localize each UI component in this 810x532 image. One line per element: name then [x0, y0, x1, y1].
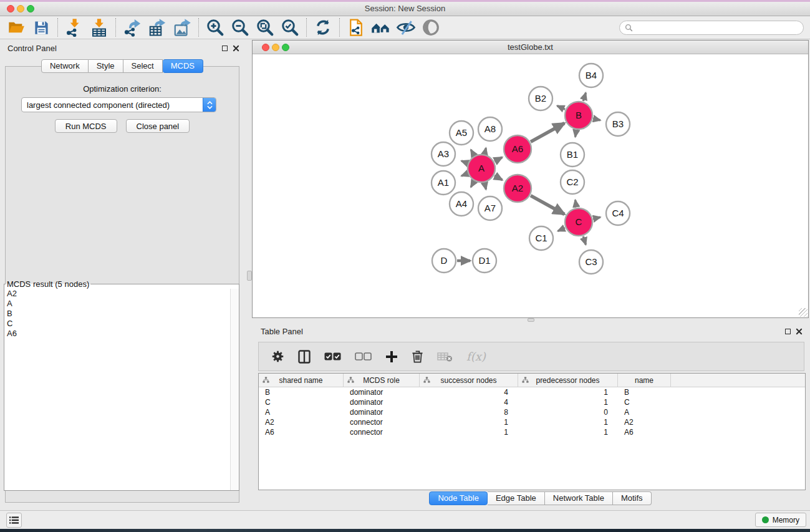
table-row[interactable]: Adominator80A	[259, 407, 805, 417]
result-list-item[interactable]: A2	[4, 289, 239, 299]
edge-C-C1[interactable]	[558, 228, 565, 231]
close-panel-button[interactable]: Close panel	[126, 119, 190, 133]
edge-A-A2[interactable]	[494, 176, 503, 180]
float-panel-icon[interactable]	[222, 46, 228, 51]
edge-A-A4[interactable]	[471, 181, 474, 187]
edge-A-A7[interactable]	[485, 183, 486, 189]
edge-B-B3[interactable]	[593, 118, 600, 120]
export-table-button[interactable]	[145, 17, 170, 37]
delete-table-button[interactable]	[437, 352, 453, 362]
cell-successor-nodes[interactable]: 8	[420, 407, 518, 417]
cell-name[interactable]: C	[618, 397, 671, 407]
column-header-name[interactable]: name	[618, 374, 671, 387]
cell-predecessor-nodes[interactable]: 0	[518, 407, 618, 417]
edge-B-B1[interactable]	[576, 130, 577, 137]
open-session-button[interactable]	[4, 17, 29, 37]
cell-predecessor-nodes[interactable]: 1	[518, 387, 618, 397]
duplicate-network-button[interactable]	[344, 17, 369, 37]
cell-name[interactable]: A	[618, 407, 671, 417]
edge-A6-B[interactable]	[531, 123, 564, 142]
zoom-fit-button[interactable]	[253, 17, 277, 37]
tab-node-table[interactable]: Node Table	[429, 491, 488, 505]
cell-successor-nodes[interactable]: 1	[420, 417, 518, 427]
add-column-button[interactable]	[385, 351, 398, 363]
resize-grip-icon[interactable]	[799, 308, 808, 317]
hide-panel-button[interactable]	[393, 17, 418, 37]
edge-A-A8[interactable]	[485, 148, 486, 153]
settings-gear-button[interactable]	[271, 350, 284, 363]
import-network-button[interactable]	[62, 17, 87, 37]
edge-B-B2[interactable]	[557, 106, 566, 110]
close-panel-icon[interactable]	[796, 328, 803, 335]
cell-predecessor-nodes[interactable]: 1	[518, 427, 618, 437]
show-all-networks-button[interactable]	[369, 17, 393, 37]
optimization-criterion-dropdown[interactable]: largest connected component (directed)	[21, 97, 216, 112]
tab-style[interactable]: Style	[89, 59, 123, 73]
edge-A-A3[interactable]	[461, 161, 468, 163]
cell-successor-nodes[interactable]: 1	[420, 427, 518, 437]
cell-name[interactable]: B	[618, 387, 671, 397]
function-builder-button[interactable]: f(x)	[466, 350, 486, 363]
cell-mcds-role[interactable]: connector	[344, 417, 420, 427]
apply-layout-button[interactable]	[311, 17, 335, 37]
edge-B-B4[interactable]	[583, 93, 586, 101]
edge-C-C2[interactable]	[576, 200, 577, 208]
toggle-panel-columns-button[interactable]	[298, 350, 311, 364]
zoom-out-button[interactable]	[228, 17, 253, 37]
float-panel-icon[interactable]	[785, 329, 791, 334]
mcds-result-list[interactable]: A2ABCA6	[4, 289, 239, 490]
cell-successor-nodes[interactable]: 4	[420, 397, 518, 407]
result-list-item[interactable]: C	[4, 319, 239, 329]
cell-predecessor-nodes[interactable]: 1	[518, 417, 618, 427]
export-image-button[interactable]	[170, 17, 195, 37]
network-window-titlebar[interactable]: testGlobe.txt	[253, 41, 808, 54]
memory-button[interactable]: Memory	[755, 513, 806, 527]
result-list-scrollbar[interactable]	[230, 289, 239, 490]
table-row[interactable]: A2connector11A2	[259, 417, 805, 427]
tab-network[interactable]: Network	[41, 59, 89, 73]
cell-shared-name[interactable]: A6	[259, 427, 344, 437]
result-list-item[interactable]: A	[4, 299, 239, 309]
column-header-mcds-role[interactable]: MCDS role	[344, 374, 420, 387]
cell-name[interactable]: A6	[618, 427, 671, 437]
save-session-button[interactable]	[29, 17, 54, 37]
tab-select[interactable]: Select	[123, 59, 163, 73]
edge-C-C4[interactable]	[593, 217, 600, 219]
import-table-button[interactable]	[87, 17, 112, 37]
delete-column-button[interactable]	[412, 350, 423, 363]
cell-predecessor-nodes[interactable]: 1	[518, 397, 618, 407]
edge-A-A6[interactable]	[494, 157, 502, 162]
run-mcds-button[interactable]: Run MCDS	[55, 119, 117, 133]
tab-mcds[interactable]: MCDS	[163, 59, 203, 73]
table-row[interactable]: A6connector11A6	[259, 427, 805, 437]
tab-motifs[interactable]: Motifs	[613, 491, 652, 505]
cell-mcds-role[interactable]: connector	[344, 427, 420, 437]
deselect-all-columns-button[interactable]	[355, 352, 372, 360]
edge-A-A5[interactable]	[471, 150, 474, 155]
column-header-successor-nodes[interactable]: successor nodes	[420, 374, 518, 387]
cell-shared-name[interactable]: B	[259, 387, 344, 397]
zoom-in-button[interactable]	[203, 17, 228, 37]
divider-grip-icon[interactable]	[247, 271, 252, 281]
task-history-button[interactable]	[6, 513, 22, 528]
cell-mcds-role[interactable]: dominator	[344, 407, 420, 417]
cell-name[interactable]: A2	[618, 417, 671, 427]
result-list-item[interactable]: A6	[4, 329, 239, 339]
edge-A2-C[interactable]	[531, 196, 564, 215]
cell-mcds-role[interactable]: dominator	[344, 387, 420, 397]
column-header-shared-name[interactable]: shared name	[259, 374, 344, 387]
cell-mcds-role[interactable]: dominator	[344, 397, 420, 407]
dropdown-stepper[interactable]	[203, 98, 216, 112]
cell-shared-name[interactable]: C	[259, 397, 344, 407]
table-row[interactable]: Bdominator41B	[259, 387, 805, 397]
table-row[interactable]: Cdominator41C	[259, 397, 805, 407]
edge-C-C3[interactable]	[583, 236, 586, 244]
search-input[interactable]	[636, 22, 798, 34]
zoom-selected-button[interactable]	[277, 17, 302, 37]
tab-network-table[interactable]: Network Table	[545, 491, 613, 505]
select-all-columns-button[interactable]	[324, 352, 341, 360]
result-list-item[interactable]: B	[4, 309, 239, 319]
search-field[interactable]	[619, 21, 804, 35]
network-canvas[interactable]: B4B2BB3A5A8A6A3B1AA1C2A2A4A7C4CC1C3DD1	[253, 55, 808, 317]
export-network-button[interactable]	[120, 17, 145, 37]
